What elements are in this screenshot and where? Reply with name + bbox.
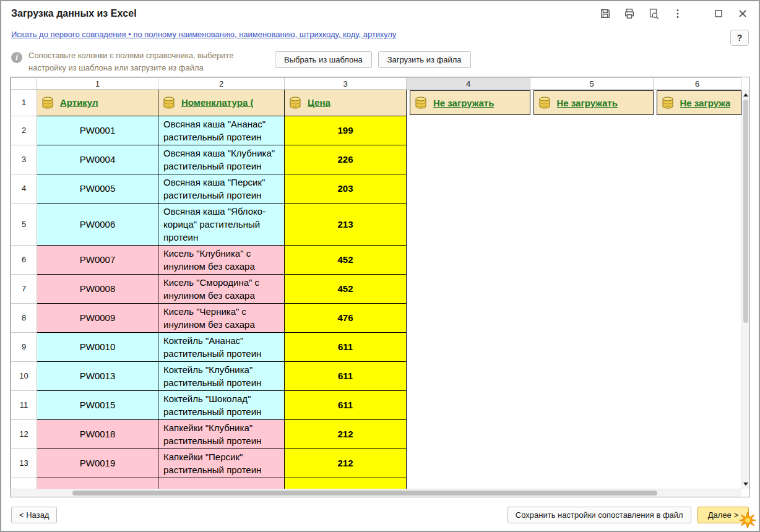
empty-cell — [654, 116, 741, 145]
price-cell[interactable]: 611 — [285, 361, 407, 390]
more-button[interactable] — [670, 6, 685, 21]
row-number[interactable]: 6 — [11, 245, 37, 274]
article-cell[interactable]: PW0015 — [37, 390, 158, 419]
help-button[interactable]: ? — [730, 30, 749, 46]
horizontal-scroll-thumb[interactable] — [72, 491, 657, 496]
price-cell[interactable]: 226 — [285, 145, 407, 174]
print-button[interactable] — [622, 6, 637, 21]
name-cell[interactable]: Овсяная каша "Ананас" растительный проте… — [158, 116, 285, 145]
price-cell[interactable]: 212 — [285, 448, 407, 478]
horizontal-scrollbar[interactable] — [11, 489, 741, 497]
column-number[interactable]: 6 — [654, 78, 741, 90]
row-number[interactable]: 5 — [11, 203, 37, 245]
article-cell[interactable]: PW0019 — [37, 448, 158, 478]
name-cell[interactable]: Капкейки "Клубника" растительный протеин — [158, 419, 285, 448]
row-number[interactable]: 2 — [11, 116, 37, 145]
name-cell[interactable]: Овсяная каша "Клубника" растительный про… — [158, 145, 285, 174]
name-cell[interactable]: Овсяная каша "Персик" растительный проте… — [158, 174, 285, 203]
vertical-scrollbar[interactable] — [741, 90, 749, 489]
name-cell[interactable]: Коктейль "Шоколад" растительный протеин — [158, 390, 285, 419]
row-number[interactable]: 3 — [11, 145, 37, 174]
table-row: 11PW0015Коктейль "Шоколад" растительный … — [11, 390, 741, 419]
empty-cell — [654, 419, 741, 448]
next-button[interactable]: Далее > — [697, 507, 749, 523]
name-cell[interactable]: Капкейки "Персик" растительный протеин — [158, 448, 285, 478]
find-icon — [648, 8, 659, 19]
column-number[interactable]: 4 — [407, 78, 530, 90]
table-row: 9PW0010Коктейль "Ананас" растительный пр… — [11, 332, 741, 361]
name-cell[interactable]: Кисель "Клубника" с инулином без сахара — [158, 245, 285, 274]
excel-import-window: Загрузка данных из Excel Искать до — [0, 0, 760, 532]
price-cell[interactable]: 452 — [285, 245, 407, 274]
column-number[interactable]: 3 — [285, 78, 407, 90]
price-cell[interactable]: 213 — [285, 203, 407, 245]
row-number[interactable]: 1 — [11, 90, 37, 116]
save-mapping-settings-button[interactable]: Сохранить настройки сопоставления в файл — [507, 507, 691, 523]
column-mapping-link[interactable]: Не загружать — [433, 98, 494, 108]
grid-corner-cell[interactable] — [11, 78, 37, 90]
article-cell[interactable]: PW0009 — [37, 303, 158, 332]
find-button[interactable] — [646, 6, 661, 21]
name-cell[interactable]: Коктейль "Ананас" растительный протеин — [158, 332, 285, 361]
article-cell[interactable]: PW0004 — [37, 145, 158, 174]
table-row: 4PW0005Овсяная каша "Персик" растительны… — [11, 174, 741, 203]
price-cell[interactable]: 476 — [285, 303, 407, 332]
article-cell[interactable]: PW0010 — [37, 332, 158, 361]
titlebar: Загрузка данных из Excel — [1, 1, 759, 26]
price-cell[interactable]: 212 — [285, 419, 407, 448]
vertical-scroll-thumb[interactable] — [743, 100, 748, 323]
row-number[interactable] — [11, 478, 37, 489]
column-mapping-link[interactable]: Не загружа — [680, 98, 731, 108]
search-mode-link[interactable]: Искать до первого совпадения • по полном… — [11, 30, 396, 39]
article-cell[interactable]: PW0008 — [37, 274, 158, 303]
empty-cell — [530, 174, 654, 203]
price-cell[interactable]: 199 — [285, 116, 407, 145]
close-button[interactable] — [735, 6, 750, 21]
price-cell[interactable]: 203 — [285, 174, 407, 203]
name-cell[interactable]: Овсяная каша "Яблоко-корица" растительны… — [158, 203, 285, 245]
maximize-button[interactable] — [711, 6, 726, 21]
column-mapping-link[interactable]: Номенклатура ( — [181, 97, 253, 108]
name-cell[interactable]: Коктейль "Клубника" растительный протеин — [158, 361, 285, 390]
empty-cell — [407, 478, 530, 489]
empty-cell — [407, 203, 530, 245]
column-number[interactable]: 5 — [530, 78, 654, 90]
price-cell[interactable]: 611 — [285, 332, 407, 361]
column-number[interactable]: 1 — [37, 78, 158, 90]
article-cell[interactable]: PW0001 — [37, 116, 158, 145]
row-number[interactable]: 10 — [11, 361, 37, 390]
article-cell[interactable] — [37, 478, 158, 489]
name-cell[interactable]: Капкейки "Шоколад" — [158, 478, 285, 489]
column-mapping-link[interactable]: Цена — [308, 97, 330, 108]
load-from-file-button[interactable]: Загрузить из файла — [378, 51, 471, 68]
article-cell[interactable]: PW0006 — [37, 203, 158, 245]
name-cell[interactable]: Кисель "Черника" с инулином без сахара — [158, 303, 285, 332]
scroll-down-arrow[interactable] — [742, 480, 749, 487]
scroll-up-arrow[interactable] — [742, 91, 749, 98]
choose-template-button[interactable]: Выбрать из шаблона — [275, 51, 372, 68]
table-row: 3PW0004Овсяная каша "Клубника" раститель… — [11, 145, 741, 174]
maximize-icon — [714, 9, 723, 19]
row-number[interactable]: 8 — [11, 303, 37, 332]
article-cell[interactable]: PW0013 — [37, 361, 158, 390]
column-mapping-link[interactable]: Не загружать — [557, 98, 618, 108]
back-button[interactable]: < Назад — [11, 507, 57, 523]
price-cell[interactable]: 452 — [285, 274, 407, 303]
row-number[interactable]: 11 — [11, 390, 37, 419]
column-number[interactable]: 2 — [158, 78, 285, 90]
article-cell[interactable]: PW0007 — [37, 245, 158, 274]
article-cell[interactable]: PW0018 — [37, 419, 158, 448]
table-row: 10PW0013Коктейль "Клубника" растительный… — [11, 361, 741, 390]
row-number[interactable]: 12 — [11, 419, 37, 448]
row-number[interactable]: 7 — [11, 274, 37, 303]
row-number[interactable]: 9 — [11, 332, 37, 361]
price-cell[interactable] — [285, 478, 407, 489]
article-cell[interactable]: PW0005 — [37, 174, 158, 203]
name-cell[interactable]: Кисель "Смородина" с инулином без сахара — [158, 274, 285, 303]
column-mapping-link[interactable]: Артикул — [60, 97, 98, 108]
price-cell[interactable]: 611 — [285, 390, 407, 419]
row-number[interactable]: 4 — [11, 174, 37, 203]
row-number[interactable]: 13 — [11, 448, 37, 478]
save-button[interactable] — [598, 6, 613, 21]
table-row: 7PW0008Кисель "Смородина" с инулином без… — [11, 274, 741, 303]
